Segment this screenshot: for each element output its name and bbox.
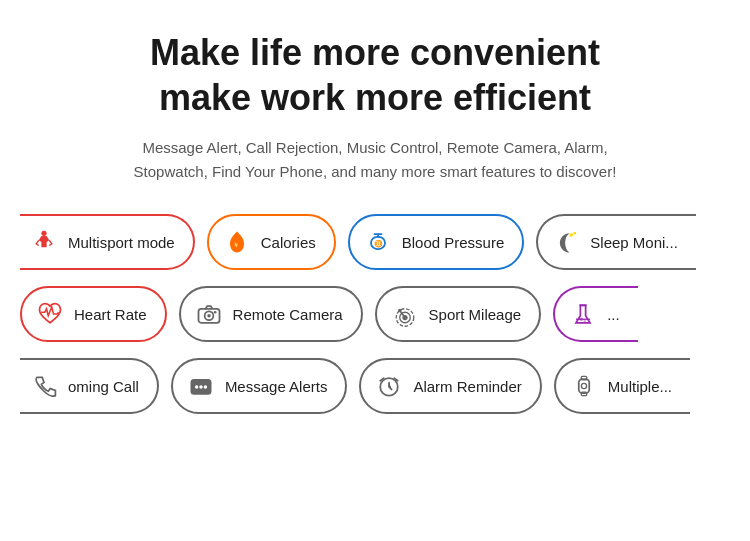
pill-label-multiple: Multiple... bbox=[608, 378, 672, 395]
message-icon bbox=[185, 370, 217, 402]
pill-label-heart-rate: Heart Rate bbox=[74, 306, 147, 323]
svg-point-13 bbox=[580, 318, 584, 322]
svg-rect-20 bbox=[579, 379, 590, 393]
lab-icon bbox=[567, 298, 599, 330]
pill-label-remote-camera: Remote Camera bbox=[233, 306, 343, 323]
pill-sport-mileage[interactable]: Sport Mileage bbox=[375, 286, 542, 342]
multisport-icon bbox=[28, 226, 60, 258]
svg-point-12 bbox=[398, 309, 402, 313]
pill-heart-rate[interactable]: Heart Rate bbox=[20, 286, 167, 342]
pill-remote-camera[interactable]: Remote Camera bbox=[179, 286, 363, 342]
pill-multisport[interactable]: Multisport mode bbox=[20, 214, 195, 270]
mileage-icon bbox=[389, 298, 421, 330]
pill-label-calories: Calories bbox=[261, 234, 316, 251]
svg-point-0 bbox=[41, 231, 46, 236]
pill-label-sport-mileage: Sport Mileage bbox=[429, 306, 522, 323]
pill-label-alarm-reminder: Alarm Reminder bbox=[413, 378, 521, 395]
call-icon bbox=[28, 370, 60, 402]
pill-incoming-call[interactable]: oming Call bbox=[20, 358, 159, 414]
pill-lab[interactable]: ... bbox=[553, 286, 638, 342]
feature-row-0: Multisport mode Calories ♊ Blood Pressur… bbox=[20, 214, 730, 270]
hero-subtitle: Message Alert, Call Rejection, Music Con… bbox=[115, 136, 635, 184]
svg-point-7 bbox=[207, 314, 211, 318]
svg-point-16 bbox=[195, 385, 199, 389]
pill-label-blood-pressure: Blood Pressure bbox=[402, 234, 505, 251]
watch-icon bbox=[568, 370, 600, 402]
pill-multiple[interactable]: Multiple... bbox=[554, 358, 690, 414]
hero-title: Make life more convenient make work more… bbox=[20, 30, 730, 120]
page: Make life more convenient make work more… bbox=[0, 0, 750, 434]
sleep-icon bbox=[550, 226, 582, 258]
pill-blood-pressure[interactable]: ♊ Blood Pressure bbox=[348, 214, 525, 270]
alarm-icon bbox=[373, 370, 405, 402]
pill-calories[interactable]: Calories bbox=[207, 214, 336, 270]
features-grid: Multisport mode Calories ♊ Blood Pressur… bbox=[20, 214, 730, 414]
pill-label-incoming-call: oming Call bbox=[68, 378, 139, 395]
pill-alarm-reminder[interactable]: Alarm Reminder bbox=[359, 358, 541, 414]
svg-point-4 bbox=[574, 232, 577, 235]
pill-label-multisport: Multisport mode bbox=[68, 234, 175, 251]
calories-icon bbox=[221, 226, 253, 258]
svg-text:♊: ♊ bbox=[373, 239, 382, 248]
svg-point-17 bbox=[199, 385, 203, 389]
svg-point-23 bbox=[581, 383, 586, 388]
pill-label-sleep-monitor: Sleep Moni... bbox=[590, 234, 678, 251]
pill-label-lab: ... bbox=[607, 306, 620, 323]
pill-message-alerts[interactable]: Message Alerts bbox=[171, 358, 348, 414]
svg-point-8 bbox=[213, 311, 216, 314]
heart-rate-icon bbox=[34, 298, 66, 330]
feature-row-1: Heart Rate Remote Camera Sport Mileage .… bbox=[20, 286, 730, 342]
pill-label-message-alerts: Message Alerts bbox=[225, 378, 328, 395]
svg-point-18 bbox=[204, 385, 208, 389]
svg-point-14 bbox=[584, 320, 587, 323]
feature-row-2: oming Call Message Alerts Alarm Reminder… bbox=[20, 358, 730, 414]
pill-sleep-monitor[interactable]: Sleep Moni... bbox=[536, 214, 696, 270]
camera-icon bbox=[193, 298, 225, 330]
blood-pressure-icon: ♊ bbox=[362, 226, 394, 258]
svg-point-3 bbox=[570, 233, 574, 237]
